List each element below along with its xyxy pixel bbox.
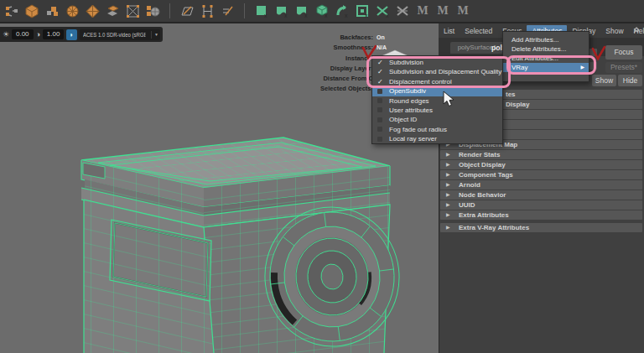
submenu-item-object-id[interactable]: Object ID xyxy=(372,115,502,124)
status-line-toolbar: x x x x x x x M M M xyxy=(0,0,644,23)
section-label: tes xyxy=(506,90,516,99)
viewport-toolbar: ☀ 0.00 ◑ 1.00 ◗ ACES 1.0 SDR-video (sRGB… xyxy=(0,27,163,42)
uv-checker-icon[interactable]: x xyxy=(354,3,371,19)
menu-item-delete-attributes[interactable]: Delete Attributes... xyxy=(503,44,589,54)
uv-shell2-icon[interactable]: x xyxy=(293,3,310,19)
split-diamond-icon[interactable] xyxy=(84,3,101,19)
section-label: Arnold xyxy=(459,180,480,189)
section-row-extra-attributes[interactable]: ▶Extra Attributes xyxy=(440,210,642,220)
expand-arrow-icon: ▶ xyxy=(446,211,450,217)
color-management-icon[interactable]: ◗ xyxy=(66,29,76,40)
show-button[interactable]: Show xyxy=(592,75,616,86)
unchecked-box xyxy=(377,127,382,132)
svg-text:x: x xyxy=(304,13,308,18)
exposure-input[interactable]: 0.00 xyxy=(12,29,33,39)
lattice-box-icon[interactable] xyxy=(124,3,141,19)
section-label: Render Stats xyxy=(459,150,500,159)
uv-path-icon[interactable]: x xyxy=(334,3,351,19)
section-row-arnold[interactable]: ▶Arnold xyxy=(440,180,642,189)
menu-list[interactable]: List xyxy=(439,25,460,37)
submenu-item-label: Object ID xyxy=(389,116,417,123)
merge-sphere-icon[interactable] xyxy=(144,3,161,19)
hud-label-instance: Instance: xyxy=(277,55,373,65)
section-row-component-tags[interactable]: ▶Component Tags xyxy=(440,170,642,179)
view-transform-dropdown[interactable]: ACES 1.0 SDR-video (sRGB ▼ xyxy=(80,29,160,40)
expand-arrow-icon: ▶ xyxy=(446,161,450,167)
uv-cube-icon[interactable]: x xyxy=(314,3,330,19)
svg-text:x: x xyxy=(284,13,288,18)
hud-value-smoothness: N/A xyxy=(377,44,410,50)
marking-menu-button-1[interactable]: M xyxy=(414,4,431,18)
hide-button[interactable]: Hide xyxy=(618,75,642,86)
extract-faces-icon[interactable] xyxy=(104,3,121,19)
submenu-item-label: Local ray server xyxy=(389,135,437,143)
separate-components-icon[interactable] xyxy=(3,3,20,19)
expand-arrow-icon: ▶ xyxy=(446,171,450,177)
speaker-box-mesh[interactable] xyxy=(81,138,408,353)
svg-text:x: x xyxy=(264,13,267,18)
toolbar-divider xyxy=(244,3,245,18)
uv-sew-disabled-icon[interactable] xyxy=(394,3,411,19)
curve-pen-icon[interactable] xyxy=(179,3,195,19)
exposure-icon[interactable]: ☀ xyxy=(3,30,9,39)
annotation-red-check-2 xyxy=(590,44,609,62)
hud-label-backfaces: Backfaces: xyxy=(277,34,373,44)
svg-text:x: x xyxy=(345,13,348,18)
menu-selected[interactable]: Selected xyxy=(460,25,497,37)
view-transform-value: ACES 1.0 SDR-video (sRGB xyxy=(83,29,146,40)
hud-label-distance-from-camera: Distance From C xyxy=(277,75,373,85)
section-label: Object Display xyxy=(459,160,506,169)
section-row-object-display[interactable]: ▶Object Display xyxy=(440,160,642,169)
menu-item-add-attributes[interactable]: Add Attributes... xyxy=(503,35,589,44)
hud-value-backfaces: On xyxy=(377,34,410,40)
marking-menu-button-2[interactable]: M xyxy=(434,4,451,18)
section-label: Component Tags xyxy=(459,170,513,179)
svg-text:x: x xyxy=(365,13,368,18)
expand-arrow-icon: ▶ xyxy=(446,191,450,197)
uv-cut-icon[interactable]: x xyxy=(374,3,391,19)
submenu-item-local-ray-server[interactable]: Local ray server xyxy=(372,134,502,143)
section-row-extra-vray-attributes[interactable]: ▶Extra V-Ray Attributes xyxy=(440,223,642,232)
section-label: Display xyxy=(506,100,529,109)
submenu-item-round-edges[interactable]: Round edges xyxy=(372,96,502,106)
section-label: UUID xyxy=(459,200,475,210)
expand-arrow-icon: ▶ xyxy=(446,181,450,187)
poly-cube-icon[interactable] xyxy=(23,3,40,19)
expand-arrow-icon: ▶ xyxy=(446,224,450,230)
submenu-item-fog-fade-out-radius[interactable]: Fog fade out radius xyxy=(372,125,502,134)
marking-menu-button-3[interactable]: M xyxy=(454,4,471,18)
quad-cluster-icon[interactable] xyxy=(44,3,60,19)
gamma-icon[interactable]: ◑ xyxy=(36,30,40,39)
mouse-cursor xyxy=(443,91,456,107)
hud-label-display-layer: Display Layer: xyxy=(277,65,373,75)
gamma-input[interactable]: 1.00 xyxy=(43,29,64,39)
section-row-render-stats[interactable]: ▶Render Stats xyxy=(440,150,642,159)
submenu-item-user-attributes[interactable]: User attributes xyxy=(372,106,502,115)
focus-button[interactable]: Focus xyxy=(605,45,642,60)
uv-square-icon[interactable]: x xyxy=(253,3,270,19)
unchecked-box xyxy=(377,89,382,94)
unchecked-box xyxy=(377,117,382,122)
pin-icon[interactable] xyxy=(632,26,641,36)
hud-label-selected-objects: Selected Objects: xyxy=(277,85,373,95)
heads-up-display: Backfaces: Smoothness: Instance: Display… xyxy=(277,34,373,96)
section-row-node-behavior[interactable]: ▶Node Behavior xyxy=(440,190,642,200)
svg-text:x: x xyxy=(386,13,389,18)
submenu-item-label: Round edges xyxy=(389,97,429,105)
section-label: Extra V-Ray Attributes xyxy=(459,223,529,232)
unchecked-box xyxy=(377,137,382,142)
presets-button[interactable]: Presets* xyxy=(605,62,642,73)
curve-pen-small-icon[interactable] xyxy=(219,3,236,19)
wire-sphere-icon[interactable] xyxy=(64,3,80,19)
edit-frame-icon[interactable] xyxy=(199,3,216,19)
unchecked-box xyxy=(377,98,382,103)
annotation-pink-box-vray xyxy=(506,55,596,75)
toolbar-divider xyxy=(169,3,170,18)
expand-arrow-icon: ▶ xyxy=(446,151,450,157)
submenu-item-label: Fog fade out radius xyxy=(389,126,447,133)
section-row-uuid[interactable]: ▶UUID xyxy=(440,200,642,210)
menu-show[interactable]: Show xyxy=(600,25,628,37)
uv-shell-icon[interactable]: x xyxy=(273,3,290,19)
expand-arrow-icon: ▶ xyxy=(446,201,450,207)
hud-label-smoothness: Smoothness: xyxy=(277,44,373,54)
